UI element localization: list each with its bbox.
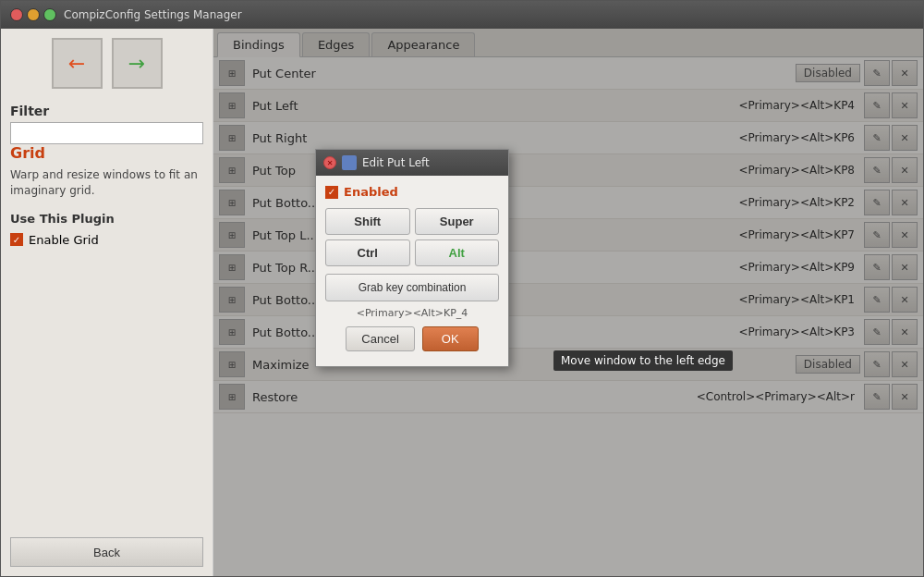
plugin-icon-left: ← — [52, 38, 103, 89]
modal-close-button[interactable]: ✕ — [323, 156, 336, 169]
sidebar-bottom: Back — [10, 528, 203, 567]
edit-dialog: ✕ Edit Put Left ✓ Enabled Shift Super Ct… — [315, 149, 509, 367]
modal-title: Edit Put Left — [362, 156, 430, 169]
titlebar-buttons — [10, 8, 56, 21]
filter-label: Filter — [10, 104, 203, 118]
titlebar: CompizConfig Settings Manager — [1, 1, 923, 29]
modal-title-icon — [342, 155, 357, 170]
modal-titlebar: ✕ Edit Put Left — [316, 150, 508, 176]
modal-footer: Cancel OK — [325, 326, 499, 357]
super-button[interactable]: Super — [415, 208, 500, 235]
cancel-button[interactable]: Cancel — [346, 326, 414, 351]
sidebar: ← → Filter Grid Warp and resize windows … — [1, 29, 213, 576]
enabled-checkbox[interactable]: ✓ — [325, 186, 338, 199]
enable-label: Enable Grid — [29, 233, 99, 247]
minimize-button[interactable] — [27, 8, 40, 21]
grab-key-button[interactable]: Grab key combination — [325, 274, 499, 301]
modal-overlay: ✕ Edit Put Left ✓ Enabled Shift Super Ct… — [213, 29, 923, 576]
enable-checkbox[interactable]: ✓ — [10, 233, 23, 246]
maximize-button[interactable] — [43, 8, 56, 21]
ctrl-button[interactable]: Ctrl — [325, 239, 410, 266]
main-content: ← → Filter Grid Warp and resize windows … — [1, 29, 923, 576]
key-combo-display: <Primary><Alt>KP_4 — [325, 307, 499, 319]
alt-button[interactable]: Alt — [415, 239, 500, 266]
enabled-row: ✓ Enabled — [325, 185, 499, 199]
enable-row: ✓ Enable Grid — [10, 233, 203, 247]
enabled-label: Enabled — [344, 185, 398, 199]
filter-input[interactable] — [10, 122, 203, 144]
shift-button[interactable]: Shift — [325, 208, 410, 235]
use-plugin-label: Use This Plugin — [10, 212, 203, 226]
plugin-description: Warp and resize windows to fit an imagin… — [10, 167, 203, 199]
plugin-icon-right: → — [112, 38, 163, 89]
arrow-right-icon: → — [128, 52, 145, 75]
plugin-icons: ← → — [10, 38, 203, 89]
right-panel: Bindings Edges Appearance ⊞ Put Center D… — [213, 29, 923, 576]
plugin-name: Grid — [10, 144, 203, 162]
window-title: CompizConfig Settings Manager — [64, 8, 242, 21]
arrow-left-icon: ← — [68, 52, 85, 75]
key-buttons-grid: Shift Super Ctrl Alt — [325, 208, 499, 266]
back-button[interactable]: Back — [10, 537, 203, 567]
close-button[interactable] — [10, 8, 23, 21]
ok-button[interactable]: OK — [422, 326, 479, 351]
modal-body: ✓ Enabled Shift Super Ctrl Alt Grab key … — [316, 176, 508, 366]
main-window: CompizConfig Settings Manager ← → Filter… — [0, 0, 924, 577]
